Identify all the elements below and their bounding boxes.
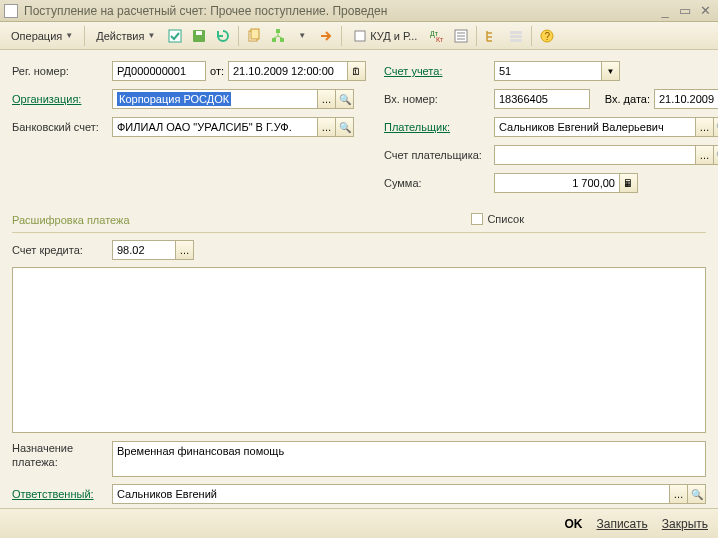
list-cb-label: Список (487, 213, 524, 225)
dtkt-icon[interactable]: ДтКт (426, 25, 448, 47)
payer-label[interactable]: Плательщик: (384, 121, 494, 133)
resp-select-button[interactable]: … (670, 484, 688, 504)
svg-rect-13 (510, 35, 522, 38)
right-column: Счет учета: 51 ▼ Вх. номер: 18366405 Вх.… (384, 60, 718, 200)
resp-input[interactable]: Сальников Евгений (112, 484, 670, 504)
sum-input[interactable]: 1 700,00 (494, 173, 620, 193)
operation-menu[interactable]: Операция ▼ (4, 25, 80, 47)
toolbar: Операция ▼ Действия ▼ ▼ КУД и Р... ДтКт … (0, 22, 718, 50)
account-input[interactable]: 51 (494, 61, 602, 81)
minimize-button[interactable]: _ (656, 3, 674, 19)
props-icon[interactable] (505, 25, 527, 47)
svg-text:?: ? (545, 31, 551, 42)
separator (531, 26, 532, 46)
calendar-icon[interactable]: 🗓 (348, 61, 366, 81)
refresh-icon[interactable] (212, 25, 234, 47)
section-divider (12, 232, 706, 233)
bankacc-open-icon[interactable]: 🔍 (336, 117, 354, 137)
go-icon[interactable] (315, 25, 337, 47)
footer-bar: OK Записать Закрыть (0, 508, 718, 538)
svg-rect-8 (355, 31, 365, 41)
payeracc-label: Счет плательщика: (384, 149, 494, 161)
structure-menu[interactable]: ▼ (291, 25, 313, 47)
bankacc-label: Банковский счет: (12, 121, 112, 133)
calculator-icon[interactable]: 🖩 (620, 173, 638, 193)
section-title: Расшифровка платежа (12, 214, 130, 226)
chevron-down-icon: ▼ (65, 31, 73, 40)
credit-label: Счет кредита: (12, 244, 112, 256)
payeracc-select-button[interactable]: … (696, 145, 714, 165)
operation-label: Операция (11, 30, 62, 42)
maximize-button[interactable]: ▭ (676, 3, 694, 19)
kudir-label: КУД и Р... (370, 30, 417, 42)
post-icon[interactable] (164, 25, 186, 47)
svg-rect-5 (276, 29, 280, 33)
account-dropdown-button[interactable]: ▼ (602, 61, 620, 81)
extnum-input[interactable]: 18366405 (494, 89, 590, 109)
svg-rect-0 (169, 30, 181, 42)
list-checkbox[interactable]: Список (471, 213, 524, 225)
separator (84, 26, 85, 46)
svg-text:Кт: Кт (436, 36, 444, 43)
chevron-down-icon: ▼ (298, 31, 306, 40)
org-open-icon[interactable]: 🔍 (336, 89, 354, 109)
purpose-textarea[interactable]: Временная финансовая помощь (112, 441, 706, 477)
credit-input[interactable]: 98.02 (112, 240, 176, 260)
content-area: Рег. номер: РД000000001 от: 21.10.2009 1… (0, 50, 718, 508)
close-window-button[interactable]: ✕ (696, 3, 714, 19)
payeracc-open-icon[interactable]: 🔍 (714, 145, 718, 165)
separator (238, 26, 239, 46)
svg-rect-6 (272, 38, 276, 42)
close-button[interactable]: Закрыть (662, 517, 708, 531)
ok-button[interactable]: OK (565, 517, 583, 531)
window-title: Поступление на расчетный счет: Прочее по… (24, 4, 387, 18)
sum-label: Сумма: (384, 177, 494, 189)
left-column: Рег. номер: РД000000001 от: 21.10.2009 1… (12, 60, 366, 200)
structure-icon[interactable] (267, 25, 289, 47)
tree-icon[interactable] (481, 25, 503, 47)
help-icon[interactable]: ? (536, 25, 558, 47)
purpose-label: Назначениеплатежа: (12, 441, 112, 469)
extdate-input[interactable]: 21.10.2009 (654, 89, 718, 109)
kudir-button[interactable]: КУД и Р... (346, 25, 424, 47)
org-select-button[interactable]: … (318, 89, 336, 109)
book-icon (353, 29, 367, 43)
regnum-label: Рег. номер: (12, 65, 112, 77)
svg-rect-12 (510, 31, 522, 34)
bankacc-select-button[interactable]: … (318, 117, 336, 137)
regnum-input[interactable]: РД000000001 (112, 61, 206, 81)
payer-input[interactable]: Сальников Евгений Валерьевич (494, 117, 696, 137)
payeracc-input[interactable] (494, 145, 696, 165)
svg-rect-2 (196, 31, 202, 35)
svg-rect-4 (251, 29, 259, 39)
save-button[interactable]: Записать (597, 517, 648, 531)
credit-select-button[interactable]: … (176, 240, 194, 260)
checkbox-box (471, 213, 483, 225)
actions-label: Действия (96, 30, 144, 42)
titlebar: Поступление на расчетный счет: Прочее по… (0, 0, 718, 22)
save-icon[interactable] (188, 25, 210, 47)
org-label[interactable]: Организация: (12, 93, 112, 105)
extnum-label: Вх. номер: (384, 93, 494, 105)
bankacc-input[interactable]: ФИЛИАЛ ОАО "УРАЛСИБ" В Г.УФ. (112, 117, 318, 137)
copy-icon[interactable] (243, 25, 265, 47)
org-input[interactable]: Корпорация РОСДОК (112, 89, 318, 109)
payer-select-button[interactable]: … (696, 117, 714, 137)
actions-menu[interactable]: Действия ▼ (89, 25, 162, 47)
resp-label[interactable]: Ответственный: (12, 488, 112, 500)
resp-open-icon[interactable]: 🔍 (688, 484, 706, 504)
list-icon[interactable] (450, 25, 472, 47)
details-area (12, 267, 706, 433)
svg-rect-7 (280, 38, 284, 42)
date-input[interactable]: 21.10.2009 12:00:00 (228, 61, 348, 81)
separator (341, 26, 342, 46)
account-label[interactable]: Счет учета: (384, 65, 494, 77)
chevron-down-icon: ▼ (147, 31, 155, 40)
ot-label: от: (210, 65, 224, 77)
extdate-label: Вх. дата: (600, 93, 650, 105)
svg-rect-14 (510, 39, 522, 42)
separator (476, 26, 477, 46)
payer-open-icon[interactable]: 🔍 (714, 117, 718, 137)
document-icon (4, 4, 18, 18)
